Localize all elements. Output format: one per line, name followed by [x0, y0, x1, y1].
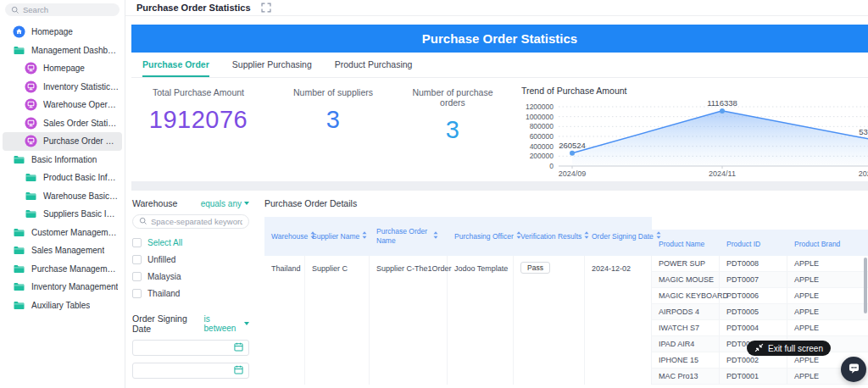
sidebar-item-label: Homepage [43, 64, 85, 73]
svg-text:800000: 800000 [530, 122, 554, 130]
col-header-label: Purchasing Officer [454, 232, 514, 241]
stats-section: Total Purchase Amount1912076Number of su… [131, 78, 868, 181]
folder-icon [13, 44, 25, 57]
col-header-product-name[interactable]: Product Name [652, 217, 720, 256]
stat-card-number-of-suppliers: Number of suppliers3 [265, 78, 401, 181]
sidebar-item-sales-management[interactable]: Sales Management [3, 241, 122, 260]
col-header-order-signing-date[interactable]: Order Signing Date [585, 217, 652, 256]
warehouse-option-unfilled[interactable]: Unfilled [132, 252, 249, 267]
warehouse-option-malaysia[interactable]: Malaysia [132, 269, 249, 284]
sidebar-item-label: Homepage [31, 27, 73, 36]
warehouse-keyword-search[interactable] [132, 214, 249, 229]
col-header-label: Product ID [726, 240, 760, 249]
cell-purchase-order-name: Supplier C-The1Order [370, 256, 448, 385]
sidebar-item-product-basic-information[interactable]: Product Basic Information [3, 169, 122, 187]
sidebar-search-input[interactable] [23, 5, 114, 14]
checkbox[interactable] [132, 272, 142, 281]
folder-icon [25, 208, 37, 220]
sidebar-search[interactable] [5, 3, 120, 16]
table-header-row: WarehouseSupplier NamePurchase Order Nam… [264, 217, 868, 256]
sidebar-item-customer-management[interactable]: Customer Management [3, 224, 122, 242]
topbar-tab-title[interactable]: Purchase Order Statistics [136, 3, 251, 13]
section-divider [131, 181, 868, 191]
cell-product-brand: APPLE [787, 256, 868, 272]
col-header-purchasing-officer[interactable]: Purchasing Officer [448, 217, 514, 256]
chat-bubble-button[interactable] [841, 357, 866, 382]
svg-text:535214: 535214 [859, 127, 868, 136]
col-header-label: Order Signing Date [592, 232, 654, 241]
checkbox-label: Unfilled [147, 255, 175, 264]
order-date-start-input[interactable] [132, 340, 249, 356]
checkbox-label: Thailand [147, 289, 180, 298]
sidebar-item-suppliers-basic-information[interactable]: Suppliers Basic Information [3, 205, 122, 224]
page-title: Purchase Order Statistics [422, 31, 577, 46]
stat-value: 3 [401, 116, 504, 144]
order-date-end-input[interactable] [132, 363, 249, 379]
tab-purchase-order[interactable]: Purchase Order [142, 53, 209, 77]
sidebar-item-warehouse-basic-information[interactable]: Warehouse Basic Information [3, 187, 122, 206]
warehouse-option-thailand[interactable]: Thailand [132, 286, 249, 301]
sort-icon[interactable] [362, 231, 367, 241]
lower-content: Warehouse equals any Select AllUnfilledM… [131, 191, 868, 388]
col-header-label: Purchase Order Name [376, 227, 431, 245]
sidebar-nav: HomepageManagement DashboardHomepageInve… [0, 23, 125, 314]
sidebar-item-homepage[interactable]: Homepage [3, 23, 122, 42]
warehouse-option-select-all[interactable]: Select All [132, 236, 249, 250]
warehouse-operator-dropdown[interactable]: equals any [201, 199, 249, 208]
checkbox[interactable] [132, 238, 142, 247]
cell-product-name: IPHONE 15 [652, 352, 720, 369]
sidebar-item-management-dashboard[interactable]: Management Dashboard [3, 42, 122, 60]
folder-icon [25, 171, 37, 184]
sidebar-item-warehouse-operation-statist[interactable]: Warehouse Operation Statist... [3, 96, 122, 114]
tab-supplier-purchasing[interactable]: Supplier Purchasing [232, 53, 312, 77]
col-header-supplier-name[interactable]: Supplier Name [305, 217, 370, 256]
sidebar-item-homepage[interactable]: Homepage [3, 59, 122, 78]
table-body: ThailandSupplier CSupplier C-The1OrderJo… [264, 256, 868, 385]
cell-product-id: PDT0008 [720, 256, 787, 272]
cell-verification-results: Pass [514, 256, 585, 385]
purchase-order-table: WarehouseSupplier NamePurchase Order Nam… [264, 217, 868, 385]
col-header-purchase-order-name[interactable]: Purchase Order Name [370, 217, 448, 256]
folder-icon [13, 299, 25, 312]
col-header-label: Warehouse [271, 232, 308, 241]
sidebar-item-label: Customer Management [31, 228, 119, 237]
sidebar-item-label: Warehouse Operation Statist... [43, 100, 119, 109]
dashboard-icon [25, 98, 37, 111]
sidebar-item-auxiliary-tables[interactable]: Auxiliary Tables [3, 297, 122, 315]
home-icon [13, 25, 25, 38]
calendar-icon [234, 342, 243, 353]
checkbox-label: Select All [147, 238, 182, 247]
checkbox[interactable] [132, 255, 142, 264]
main-area: Purchase Order Statistics Purchase Order… [125, 0, 868, 388]
checkbox[interactable] [132, 289, 142, 298]
cell-product-id: PDT0001 [720, 369, 787, 385]
order-date-operator-dropdown[interactable]: is between [204, 314, 249, 333]
col-header-warehouse[interactable]: Warehouse [264, 217, 305, 256]
exit-full-screen-label: Exit full screen [768, 344, 823, 353]
sidebar-item-inventory-management[interactable]: Inventory Management [3, 278, 122, 297]
tab-product-purchasing[interactable]: Product Purchasing [335, 53, 413, 77]
sidebar-item-purchase-management[interactable]: Purchase Management [3, 260, 122, 279]
sidebar-item-basic-information[interactable]: Basic Information [3, 151, 122, 169]
col-header-product-id[interactable]: Product ID [720, 217, 787, 256]
exit-full-screen-button[interactable]: Exit full screen [747, 341, 831, 356]
sort-icon[interactable] [433, 231, 438, 241]
fullscreen-expand-icon[interactable] [261, 3, 271, 13]
cell-product-name: MAC Pro13 [652, 369, 720, 385]
dashboard-icon [25, 80, 37, 93]
cell-product-name: IPAD AIR4 [652, 336, 720, 352]
sidebar-item-label: Sales Management [31, 246, 104, 255]
sidebar-item-sales-order-statistics[interactable]: Sales Order Statistics [3, 114, 122, 133]
warehouse-keyword-input[interactable] [151, 217, 242, 226]
cell-product-brand: APPLE [787, 288, 868, 304]
col-header-verification-results[interactable]: Verification Results [514, 217, 585, 256]
col-header-label: Product Brand [794, 240, 840, 249]
sidebar-item-inventory-statistics-query[interactable]: Inventory Statistics Query [3, 78, 122, 97]
cell-product-name: AIRPODS 4 [652, 304, 720, 320]
sidebar-item-purchase-order-statistics[interactable]: Purchase Order Statistics [3, 132, 122, 151]
warehouse-filter-label: Warehouse [132, 198, 177, 208]
table-scrollbar[interactable] [864, 258, 867, 313]
svg-text:600000: 600000 [530, 132, 554, 141]
sidebar-item-label: Product Basic Information [43, 173, 119, 182]
col-header-product-brand[interactable]: Product Brand [787, 217, 868, 256]
